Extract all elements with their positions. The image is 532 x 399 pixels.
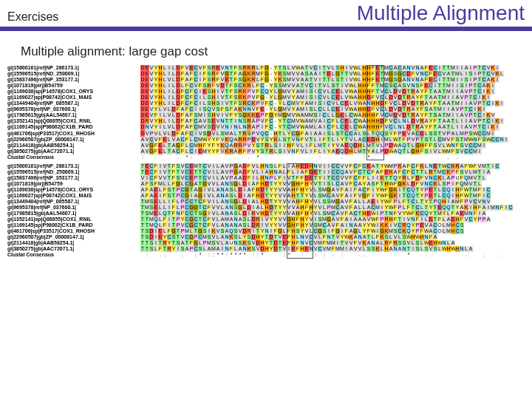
seq-cells: DEVYHLILDFCFCILSHSIVTFSRCKPVFC-YLCMVYAMI… (140, 100, 504, 106)
seq-id: gi|1169027|sp|P08742|COX1_MAIS (7, 193, 140, 199)
msa-row: Clustal Consensus : .. . :* ::**:**** ::… (7, 252, 525, 258)
msa-row: gi|1169145|sp|P98002|CX1B_PARDTTMQLFITPV… (7, 222, 525, 228)
seq-cells: AFSFMLLFGLCGATGVVLANSGLDIAFHDTYYVVGHFHYV… (140, 181, 482, 187)
msa-row: gi|9695378|ref|NP_037600.1|TMSELLIFLPCGG… (7, 205, 525, 211)
seq-id: gi|13449404|ref|NP_085587.1| (7, 100, 140, 106)
seq-cells: TTSITRYTSATFGLPMSVLAUNSKSVDHYTDTEFHFNVCV… (140, 240, 455, 246)
header-bar: Exercises Multiple Alignment (0, 0, 532, 31)
msa-row: gi|17985615|gb|AAL54607.1|DEVFILVLDFAFSM… (7, 112, 525, 118)
msa-row: gi|1169027|sp|P08742|COX1_MAISAFAEIFSTPC… (7, 193, 525, 199)
seq-id: gi|22960507|gb|ZP_00008147.1| (7, 234, 140, 240)
seq-id: gi|22960507|gb|ZP_00008147.1| (7, 137, 140, 143)
seq-cells: DEVYHLILDFVECVFSREVNTFSRKRLFG-YTSLVWATVC… (140, 65, 499, 71)
msa-row: gi|22960507|gb|ZP_00008147.1|AVCVFELVACF… (7, 137, 525, 143)
seq-cells: TTMQLFITPVCGCTCFVLANANASLDRIVYYVVGHFHYVS… (140, 222, 464, 228)
seq-cells: DEVYHLILDFCFCIESHIVTFSRKPVFCQYLGMVYAMISI… (140, 89, 495, 95)
seq-id: gi|461706|sp|P33517|COX1_RHOSH (7, 228, 140, 234)
seq-cells: : . *: . * : . :*. . . (140, 154, 495, 160)
msa-row: gi|15596515|ref|ND_250009.1|DEVYHLILDFAF… (7, 71, 525, 77)
msa-row: gi|461706|sp|P33517|COX1_RHOSHTSDIELFGTP… (7, 228, 525, 234)
seq-id: gi|1352141|sp|Q08855|COX1_RNIL (7, 118, 140, 124)
msa-row: gi|15837496|ref|NP_353177.1|VICFVVTFSVCE… (7, 175, 525, 181)
msa-row: gi|1352141|sp|Q08855|COX1_RNILTTMQLFITPY… (7, 216, 525, 222)
seq-id: gi|15800161|ref|NP_286173.1| (7, 65, 140, 71)
msa-row: gi|15800161|ref|NP_286173.1|DEVYHLILDFVE… (7, 65, 525, 71)
msa-row: gi|3850275|gb|AAC72071.1|AVGFELTACFLCIEM… (7, 149, 525, 154)
seq-id: Clustal Consensus (7, 252, 140, 258)
seq-id: gi|1071819|pir||B54759 (7, 83, 140, 89)
seq-id: gi|2114418|gb|AAB58254.1| (7, 240, 140, 246)
seq-cells: TTMQLFITPYCGCTCFVLAMANASLDRIVYYVVGHFHYVI… (140, 216, 491, 222)
seq-cells: DRVYHLILDFAFCAVSEVNTTINSRAPVFC-YTCMVWAMV… (140, 118, 504, 124)
seq-cells: TTSLFTRYISAPCSLAMAINFLANKSVDHYDTVIEFHENV… (140, 246, 473, 252)
seq-id: gi|1169145|sp|P98002|CX1B_PARD (7, 222, 140, 228)
seq-cells: DEVYHLILDFAFCIFSRFVGTFAGKRMFG-YKSMVVASAA… (140, 71, 504, 77)
msa-row: gi|2114418|gb|AAB58254.1|AVGFELTAGFLCMHF… (7, 143, 525, 149)
msa-row: gi|15596515|ref|ND_250009.1|TECFIVTFTVCE… (7, 169, 525, 175)
slide-subtitle: Multiple alignment: large gap cost (0, 31, 532, 65)
msa-row: gi|1352141|sp|Q08855|COX1_RNILDRVYHLILDF… (7, 118, 525, 124)
seq-cells: : .. . :* ::**:**** ::* :* : : : . : .. … (140, 252, 504, 258)
msa-row: gi|3850275|gb|AAC72071.1|TTSLFTRYISAPCSL… (7, 246, 525, 252)
header-right: Multiple Alignment (357, 1, 525, 25)
seq-cells: TECFIVTFSVCEMTCVILAVPGADFVLHNSLFLIAHEDHN… (140, 163, 499, 169)
seq-id: gi|15837496|ref|NP_353177.1| (7, 175, 140, 181)
seq-id: gi|17985615|gb|AAL54607.1| (7, 112, 140, 118)
seq-cells: AVGFELTACFLCIEMYYFVKRARFPVYSTRLSIVNFVLIF… (140, 149, 482, 154)
seq-id: gi|3850275|gb|AAC72071.1| (7, 246, 140, 252)
seq-id: gi|461706|sp|P33517|COX1_RHOSH (7, 131, 140, 137)
seq-cells: DEVFILVLDFAFSMISHVIVFYSGKKEPFGYMGMVWAMMS… (140, 112, 495, 118)
seq-id: gi|9695378|ref|NP_037600.1| (7, 205, 140, 211)
seq-id: gi|1169030|sp|P14578|COX1_ORYS (7, 187, 140, 193)
msa-row: gi|13449404|ref|NP_085587.1|DEVYHLILDFCF… (7, 100, 525, 106)
seq-id: gi|1169030|sp|P14578|COX1_ORYS (7, 89, 140, 95)
msa-row: gi|22960507|gb|ZP_00008147.1|TSDIEYCSTVC… (7, 234, 525, 240)
seq-id: gi|15596515|ref|ND_250009.1| (7, 169, 140, 175)
seq-cells: AVCVFELVACFLCMWYYFVKQARRPDVYSYKLSTVNFVTL… (140, 137, 508, 143)
seq-cells: VICFVVTFSVCEPTCVILAVPAADFILHNPLFIVTFFDET… (140, 175, 486, 181)
msa-row: gi|1169145|sp|P98002|CX1B_PARDDNVYILVLDF… (7, 124, 525, 130)
seq-id: Clustal Consensus (7, 154, 140, 160)
msa-row: gi|1169030|sp|P14578|COX1_ORYSAFAELFSTPC… (7, 187, 525, 193)
seq-cells: TSDIELFGTPMLTGSIKVSAQSVDRITYNIFGLFHSYVLC… (140, 228, 464, 234)
seq-id: gi|1169027|sp|P08742|COX1_MAIS (7, 95, 140, 100)
msa-row: gi|17985615|gb|AAL54607.1|TSMELQTFNFCCTS… (7, 211, 525, 216)
seq-id: gi|1352141|sp|Q08855|COX1_RNIL (7, 216, 140, 222)
msa-row: gi|9695378|ref|NP_037600.1|DEVYLVLDFAFCI… (7, 106, 525, 112)
alignment-figure: gi|15800161|ref|NP_286173.1|DEVYHLILDFVE… (0, 65, 532, 263)
seq-cells: DEVYLVLDFAFCIISQVSFSFAKNNVFE-YLGMVYAMISL… (140, 106, 486, 112)
seq-cells: DEVYHLILDFCFCILSHIVTFSRKPVFG-YLGMVYAMISI… (140, 95, 491, 100)
seq-cells: TSMELQTFNFCCTSGIVLANASLDIRVHDTYYVVAHFHYV… (140, 211, 486, 216)
seq-id: gi|15800161|ref|NP_286173.1| (7, 163, 140, 169)
seq-id: gi|15837496|ref|NP_353177.1| (7, 77, 140, 83)
seq-cells: DVPVLVLDFAFCIVSDVLSMALTRSPVQC-HTLYCGFAIA… (140, 131, 495, 137)
msa-row: gi|15800161|ref|NP_286173.1|TECFIVTFSVCE… (7, 163, 525, 169)
seq-cells: AFAEIFSTPCGIAGIVLANASLDIAFHDTYYVVAHTTYVL… (140, 193, 491, 199)
seq-cells: DEVYHLVLDFAFCIFSRFVETFSGKRLFG-YKSMVVAATV… (140, 77, 499, 83)
seq-id: gi|13449404|ref|NP_085587.1| (7, 199, 140, 205)
msa-row: Clustal Consensus: . *: . * : . :*. . . (7, 154, 525, 160)
seq-cells: TMSELLIFLPCGGTCFVVLANSGLDIALHDTYYVVAHFHY… (140, 205, 513, 211)
seq-id: gi|1071819|pir||B54759 (7, 181, 140, 187)
seq-id: gi|9695378|ref|NP_037600.1| (7, 106, 140, 112)
seq-cells: AFAELFSTPCGTAGIVLANASLDIAFHDTYYVVAHFHYVL… (140, 187, 491, 193)
msa-row: gi|2114418|gb|AAB58254.1|TTSITRYTSATFGLP… (7, 240, 525, 246)
seq-cells: DNVYILVLDFAFCMVSDVVNINLNRAPIFC-YTCMVWAML… (140, 124, 499, 130)
header-left: Exercises (7, 10, 58, 24)
seq-id: gi|1169145|sp|P98002|CX1B_PARD (7, 124, 140, 130)
seq-id: gi|15596515|ref|ND_250009.1| (7, 71, 140, 77)
seq-id: gi|2114418|gb|AAB58254.1| (7, 143, 140, 149)
msa-row: gi|1071819|pir||B54759DEVYHLILDLFCVFSRFV… (7, 83, 525, 89)
msa-row: gi|1169027|sp|P08742|COX1_MAISDEVYHLILDF… (7, 95, 525, 100)
msa-row: gi|1071819|pir||B54759AFSFMLLFGLCGATGVVL… (7, 181, 525, 187)
seq-cells: DEVYHLILDLFCVFSRFVDTFSCKRLFC-YSSMVVATVCI… (140, 83, 495, 89)
seq-id: gi|17985615|gb|AAL54607.1| (7, 211, 140, 216)
seq-cells: TSDIEYCSTVCGPCMSVLANKSLYSDHYTDTVEFHLNVCV… (140, 234, 437, 240)
msa-row: gi|13449404|ref|NP_085587.1|TMSELLIFLPCC… (7, 199, 525, 205)
msa-row: gi|15837496|ref|NP_353177.1|DEVYHLVLDFAF… (7, 77, 525, 83)
msa-row: gi|461706|sp|P33517|COX1_RHOSHDVPVLVLDFA… (7, 131, 525, 137)
seq-cells: TMSELLIFLPCCTCFVILANSGLDIALHDTYYVVAHFHYV… (140, 199, 491, 205)
seq-cells: AVGFELTAGFLCMHFYFYKQARRPVYSTRLSIIHFVLIFL… (140, 143, 486, 149)
msa-row: gi|1169030|sp|P14578|COX1_ORYSDEVYHLILDF… (7, 89, 525, 95)
seq-id: gi|3850275|gb|AAC72071.1| (7, 149, 140, 154)
